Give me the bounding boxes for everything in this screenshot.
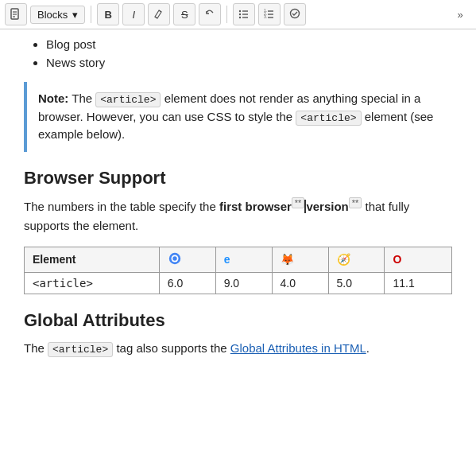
more-button[interactable]: » [449,3,471,25]
note-bold-label: Note: [38,91,68,105]
ga-code: <article> [48,342,113,357]
global-attributes-heading: Global Attributes [24,310,452,331]
safari-icon: 🧭 [337,253,350,266]
more-icon: » [457,9,462,21]
italic-button[interactable]: I [122,3,145,25]
document-icon-button[interactable] [5,3,27,25]
svg-point-21 [172,256,176,260]
ie-icon: e [224,253,230,266]
strikethrough-button[interactable]: S [173,3,195,25]
bold-button[interactable]: B [97,3,119,25]
list-item: News story [46,56,452,69]
unordered-list-button[interactable] [233,3,255,25]
list-ul-icon [238,8,250,21]
bullet-list: Blog post News story [24,37,452,69]
bs-text-pre: The numbers in the table specify the [24,200,219,213]
svg-point-10 [239,16,241,18]
toolbar: Blocks ▾ B I S [0,0,476,29]
highlight-button[interactable] [148,3,170,25]
ga-text-mid: tag also supports the [113,341,230,355]
table-cell-opera: 11.1 [385,272,452,294]
check-icon [289,8,300,21]
list-ol-icon: 1. 2. 3. [264,8,275,21]
table-header-safari: 🧭 [328,247,385,272]
ordered-list-button[interactable]: 1. 2. 3. [258,3,281,25]
svg-point-18 [291,9,300,18]
italic-icon: I [132,9,135,21]
note-code-1: <article> [95,92,161,107]
undo-icon [204,8,215,21]
table-row: <article> 6.0 9.0 4.0 5.0 11.1 [25,272,452,294]
note-code-2: <article> [296,111,361,126]
svg-point-8 [239,13,241,14]
firefox-icon: 🦊 [281,253,294,266]
chrome-icon [168,251,182,266]
table-cell-ie: 9.0 [215,272,272,294]
browser-support-table: <article> Element e 🦊 [24,247,452,294]
browser-support-text: The numbers in the table specify the fir… [24,196,452,235]
svg-line-5 [155,17,157,18]
opera-icon: O [393,253,401,266]
highlight-icon [153,8,164,21]
table-cell-firefox: 4.0 [272,272,328,294]
list-item: Blog post [46,37,452,51]
fn-marker-1: ** [292,197,305,208]
global-attributes-text: The <article> tag also supports the Glob… [24,339,452,359]
toolbar-divider-2 [226,6,227,23]
note-block: Note: The <article> element does not ren… [24,82,452,152]
svg-text:3.: 3. [264,14,267,19]
strikethrough-icon: S [181,9,188,21]
table-cell-chrome: 6.0 [159,272,215,294]
table-header-row: <article> Element e 🦊 [25,247,452,272]
browser-support-heading: Browser Support [24,168,452,189]
bold-icon: B [105,9,112,21]
table-header-opera: O [385,247,452,272]
ga-text-pre: The [24,341,48,355]
global-attributes-link[interactable]: Global Attributes in HTML [230,341,366,355]
check-button[interactable] [284,3,306,25]
table-header-ie: e [215,247,272,272]
bs-text-bold2: version [306,200,348,213]
table-cell-element: <article> [25,272,160,294]
blocks-label: Blocks [37,9,68,21]
svg-line-4 [159,10,161,12]
fn-marker-2: ** [349,197,362,208]
table-header-chrome [159,247,215,272]
undo-button[interactable] [199,3,221,25]
note-text-1: The [68,91,95,105]
toolbar-divider-1 [91,6,91,23]
bs-text-bold1: first browser [219,200,292,213]
chevron-down-icon: ▾ [72,9,78,21]
table-cell-safari: 5.0 [328,272,385,294]
svg-point-6 [239,10,241,11]
table-header-firefox: 🦊 [272,247,328,272]
table-header-element: <article> Element [25,247,160,272]
blocks-dropdown[interactable]: Blocks ▾ [30,6,85,24]
content-area: Blog post News story Note: The <article>… [0,29,476,451]
ga-text-post: . [366,341,370,355]
